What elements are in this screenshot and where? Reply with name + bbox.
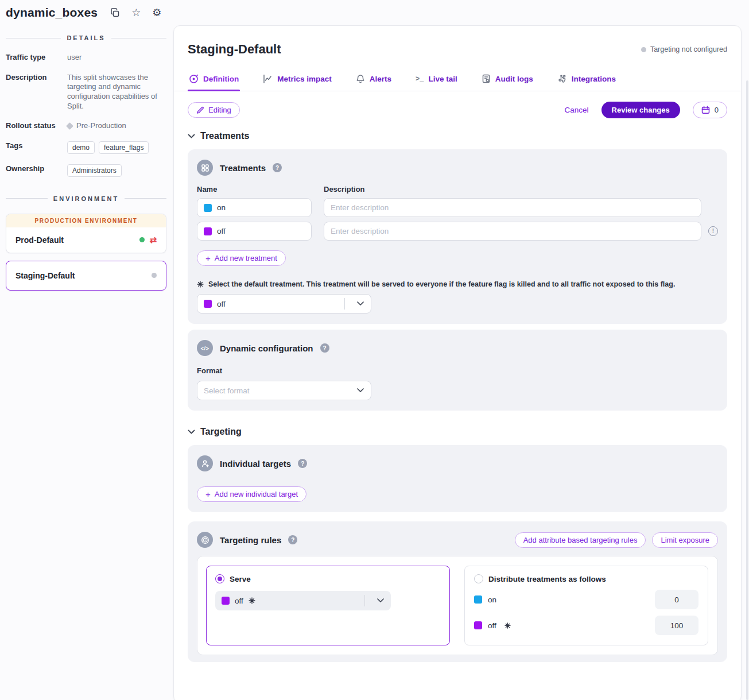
treatment-row [197,198,718,217]
puzzle-icon [557,74,567,84]
treatment-color-swatch [474,621,482,629]
metrics-impact-icon [263,74,273,84]
ownership-chip[interactable]: Administrators [67,164,122,177]
page-header: dynamic_boxes ☆ ⚙ [0,0,749,23]
radio-selected-icon[interactable] [215,574,224,583]
distribute-row: off [474,616,698,635]
treatment-description-field[interactable] [324,222,701,241]
description-value: This split showcases the targeting and d… [67,73,166,111]
target-icon [197,532,213,548]
targeting-rules-card: Targeting rules ? Add attribute based ta… [188,521,727,662]
limit-exposure-button[interactable]: Limit exposure [652,532,718,548]
editing-button[interactable]: Editing [188,102,240,118]
traffic-type-label: Traffic type [6,53,67,63]
tab-audit-logs[interactable]: Audit logs [480,68,534,91]
distribute-radio-option[interactable]: Distribute treatments as follows [474,574,698,583]
tab-live-tail[interactable]: >_ Live tail [414,68,459,91]
tab-integrations[interactable]: Integrations [556,68,617,91]
person-add-icon [197,455,213,471]
serve-treatment-value: off [235,597,243,605]
radio-unselected-icon[interactable] [474,574,483,583]
individual-targets-card: Individual targets ? + Add new individua… [188,445,727,512]
audit-logs-icon [482,74,491,84]
format-placeholder: Select format [204,386,345,395]
rollout-status-label: Rollout status [6,121,67,131]
tags-row: Tags demo feature_flags [6,141,166,154]
info-icon[interactable]: ! [708,226,718,236]
tag-chip[interactable]: feature_flags [99,141,149,154]
definition-icon [189,74,199,84]
traffic-type-value: user [67,53,82,63]
star-icon[interactable]: ☆ [131,7,141,18]
treatment-name-input[interactable] [217,203,305,212]
default-treatment-value: off [217,300,339,308]
gear-icon[interactable]: ⚙ [152,7,161,18]
targeting-rules-title: Targeting rules [220,535,281,545]
treatments-card: Treatments ? Name Description [188,149,727,324]
serve-treatment-select[interactable]: off [215,591,391,610]
copy-icon[interactable] [110,8,120,18]
serve-radio-option[interactable]: Serve [215,574,441,583]
default-asterisk-icon [197,281,204,288]
scrollbar[interactable] [746,80,748,700]
terminal-icon: >_ [416,75,424,83]
add-new-treatment-button[interactable]: + Add new treatment [197,250,286,266]
tab-metrics-impact[interactable]: Metrics impact [262,68,333,91]
environment-item-prod-default[interactable]: Prod-Default ⇄ [6,227,166,253]
main-panel: Staging-Default Targeting not configured… [173,25,742,700]
scheduled-changes-count: 0 [715,106,719,114]
traffic-type-row: Traffic type user [6,53,166,63]
targeting-section-toggle[interactable]: Targeting [174,427,741,437]
env-status-dot-gray [152,273,157,278]
format-select[interactable]: Select format [197,381,371,400]
page-title: dynamic_boxes [6,6,98,20]
env-status-dot-green [139,237,145,242]
environment-item-staging-default[interactable]: Staging-Default [6,261,166,290]
treatment-name-field[interactable] [197,198,312,217]
individual-targets-help-icon[interactable]: ? [298,459,307,468]
production-environment-band: PRODUCTION ENVIRONMENT [6,214,166,227]
description-column-label: Description [324,185,365,194]
distribute-label: Distribute treatments as follows [488,575,606,583]
distribute-treatment-name: off [488,621,496,630]
dynamic-configuration-help-icon[interactable]: ? [320,343,329,353]
treatment-name-field[interactable] [197,222,312,241]
cancel-button[interactable]: Cancel [565,106,589,114]
rollout-status-row: Rollout status Pre-Production [6,121,166,131]
serve-label: Serve [230,575,251,583]
default-treatment-note: Select the default treatment. This treat… [197,280,718,288]
distribute-row: on [474,590,698,609]
treatment-description-input[interactable] [331,227,694,235]
tag-chip[interactable]: demo [67,141,95,154]
treatments-section-toggle[interactable]: Treatments [174,131,741,141]
default-treatment-select[interactable]: off [197,294,371,314]
add-new-individual-target-button[interactable]: + Add new individual target [197,486,306,502]
plus-icon: + [205,490,211,498]
ownership-label: Ownership [6,164,67,177]
dynamic-configuration-card: </> Dynamic configuration ? Format Selec… [188,330,727,411]
distribute-percentage-input[interactable] [655,616,698,635]
treatment-description-field[interactable] [324,198,701,217]
individual-targets-title: Individual targets [220,459,291,469]
serve-option-panel: Serve off [206,566,450,645]
chevron-down-icon [350,301,371,306]
tab-definition[interactable]: Definition [188,68,240,91]
targeting-rules-help-icon[interactable]: ? [288,535,297,544]
targeting-rule-row: Serve off [197,556,718,655]
treatment-description-input[interactable] [331,203,694,212]
scheduled-changes-button[interactable]: 0 [693,102,727,118]
environment-card-production: PRODUCTION ENVIRONMENT Prod-Default ⇄ [6,214,166,253]
rollout-status-value: Pre-Production [76,121,126,131]
plus-icon: + [205,254,211,262]
treatment-name-input[interactable] [217,227,305,235]
tab-alerts[interactable]: Alerts [355,68,393,91]
sidebar: DETAILS Traffic type user Description Th… [0,23,173,298]
distribute-percentage-input[interactable] [655,590,698,609]
add-attribute-rules-button[interactable]: Add attribute based targeting rules [515,532,646,548]
swap-arrows-icon: ⇄ [149,235,157,244]
treatments-help-icon[interactable]: ? [273,163,282,172]
calendar-icon [701,106,710,114]
review-changes-button[interactable]: Review changes [601,102,680,118]
treatment-color-swatch [204,204,212,212]
details-heading: DETAILS [6,34,166,41]
